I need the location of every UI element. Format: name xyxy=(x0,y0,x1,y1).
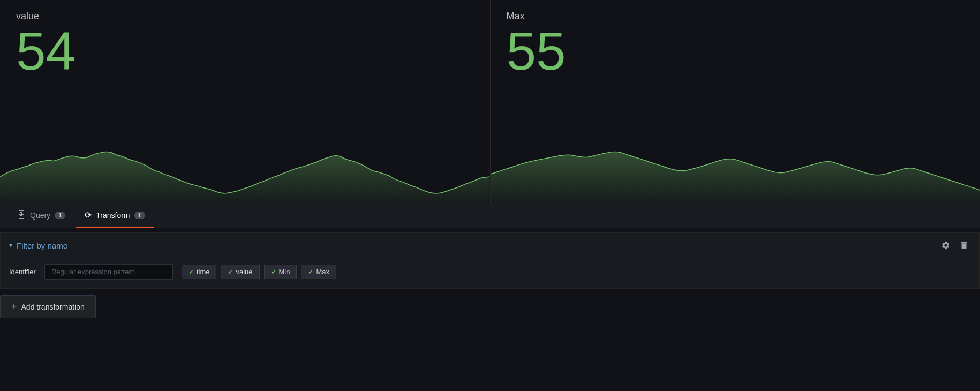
filter-body: Identifier ✓ time ✓ value ✓ Min ✓ Max xyxy=(1,258,979,288)
filter-settings-button[interactable] xyxy=(939,238,953,252)
filter-delete-button[interactable] xyxy=(957,238,971,252)
identifier-label: Identifier xyxy=(9,268,36,276)
tab-query-badge: 1 xyxy=(55,212,65,219)
gear-icon xyxy=(941,240,951,250)
right-chart-svg xyxy=(491,129,981,204)
filter-title: ▾ Filter by name xyxy=(9,241,67,250)
check-max-icon: ✓ xyxy=(308,268,313,276)
toggle-chips: ✓ time ✓ value ✓ Min ✓ Max xyxy=(182,265,336,279)
chip-min-label: Min xyxy=(279,268,290,276)
check-time-icon: ✓ xyxy=(189,268,194,276)
transform-icon: ⟳ xyxy=(85,210,92,220)
tab-transform-badge: 1 xyxy=(134,212,145,219)
left-chart-svg xyxy=(0,129,490,204)
filter-title-text: Filter by name xyxy=(17,241,67,250)
transform-panel: ▾ Filter by name Identifier xyxy=(0,232,980,318)
check-value-icon: ✓ xyxy=(228,268,233,276)
chip-value[interactable]: ✓ value xyxy=(221,265,259,279)
right-chart-panel: Max 55 xyxy=(490,0,981,204)
database-icon: 🗄 xyxy=(17,210,26,220)
chevron-down-icon: ▾ xyxy=(9,242,12,249)
right-stat-label: Max xyxy=(507,11,964,22)
tab-query-label: Query xyxy=(30,211,50,220)
add-transformation-button[interactable]: + Add transformation xyxy=(0,295,96,318)
chip-min[interactable]: ✓ Min xyxy=(264,265,297,279)
tab-query[interactable]: 🗄 Query 1 xyxy=(9,204,74,228)
right-stat-value: 55 xyxy=(507,24,964,78)
chip-max-label: Max xyxy=(316,268,329,276)
filter-section: ▾ Filter by name Identifier xyxy=(0,232,980,289)
filter-actions xyxy=(939,238,971,252)
left-stat-value: 54 xyxy=(16,24,474,78)
check-min-icon: ✓ xyxy=(271,268,276,276)
chip-max[interactable]: ✓ Max xyxy=(301,265,336,279)
add-transformation-label: Add transformation xyxy=(21,303,85,311)
left-chart-panel: value 54 xyxy=(0,0,490,204)
left-stat-label: value xyxy=(16,11,474,22)
chip-time-label: time xyxy=(197,268,210,276)
chip-value-label: value xyxy=(236,268,252,276)
tabs-bar: 🗄 Query 1 ⟳ Transform 1 xyxy=(0,204,980,228)
tab-transform-label: Transform xyxy=(96,211,130,220)
plus-icon: + xyxy=(11,301,17,312)
chart-area: value 54 Max 55 xyxy=(0,0,980,204)
regex-input[interactable] xyxy=(44,264,173,280)
tab-transform[interactable]: ⟳ Transform 1 xyxy=(76,204,153,228)
chip-time[interactable]: ✓ time xyxy=(182,265,217,279)
filter-header[interactable]: ▾ Filter by name xyxy=(1,233,979,258)
trash-icon xyxy=(959,240,969,250)
